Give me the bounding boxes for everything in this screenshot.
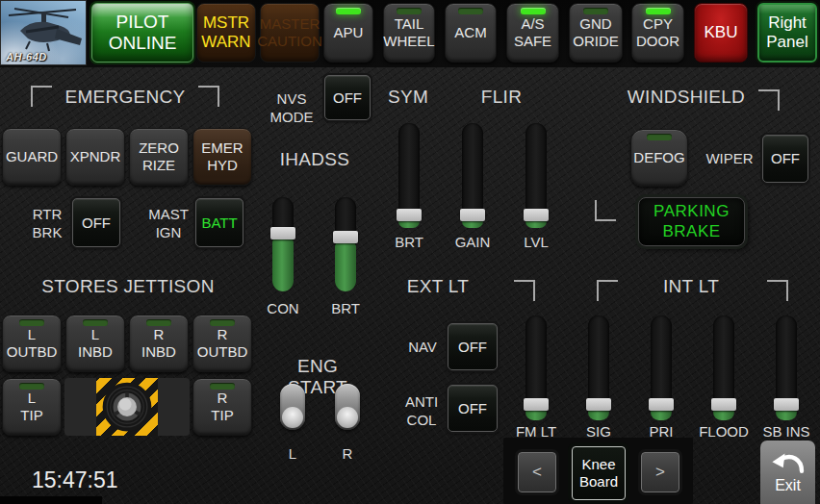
as-safe-button[interactable]: A/S SAFE <box>506 3 559 63</box>
acm-led-indicator <box>458 8 483 14</box>
flir-lvl-label: LVL <box>515 234 557 252</box>
kbu-label: KBU <box>705 23 738 42</box>
clock: 15:47:51 <box>32 467 118 493</box>
slider-handle[interactable] <box>524 209 549 221</box>
l-inbd-label: L INBD <box>78 326 113 360</box>
sym-brt-slider[interactable] <box>398 123 420 228</box>
slider-handle[interactable] <box>333 231 358 243</box>
jettison-arm-knob[interactable] <box>96 378 158 436</box>
emer-hyd-button[interactable]: EMER HYD <box>192 128 252 186</box>
windshield-title: WINDSHIELD <box>626 87 747 108</box>
r-inbd-led-indicator <box>146 319 171 326</box>
logo-label: AH-64D <box>6 51 47 63</box>
wiper-label: WIPER <box>701 150 758 168</box>
ihadss-con-label: CON <box>262 300 304 318</box>
r-outbd-led-indicator <box>210 319 235 326</box>
l-tip-jettison-button[interactable]: L TIP <box>2 378 62 436</box>
bracket <box>767 280 788 301</box>
slider-handle[interactable] <box>524 398 549 411</box>
rtr-brk-off-button[interactable]: OFF <box>72 198 120 247</box>
slider-fill <box>335 237 356 291</box>
nvs-mode-off-button[interactable]: OFF <box>324 75 371 120</box>
wiper-value: OFF <box>771 150 800 167</box>
eng-start-left-switch[interactable] <box>280 384 305 430</box>
cpy-door-button[interactable]: CPY DOOR <box>631 3 684 63</box>
kneeboard-next-button[interactable]: > <box>641 452 679 492</box>
right-panel-label: Right Panel <box>766 13 807 52</box>
flir-gain-label: GAIN <box>449 234 496 252</box>
slider-handle[interactable] <box>586 398 611 411</box>
eng-start-right-switch[interactable] <box>335 384 360 430</box>
r-tip-led-indicator <box>210 383 235 390</box>
flood-slider[interactable] <box>713 315 734 420</box>
slider-handle[interactable] <box>270 227 295 239</box>
sb-ins-slider[interactable] <box>776 315 797 420</box>
master-warning-label: MSTR WARN <box>201 13 250 52</box>
mast-ign-value: BATT <box>201 214 237 232</box>
cockpit-panel-screen: AH-64D PILOT ONLINE MSTR WARN MASTER CAU… <box>0 0 820 504</box>
kneeboard-label: Knee Board <box>579 456 618 490</box>
exit-button[interactable]: Exit <box>760 441 815 504</box>
l-outbd-led-indicator <box>19 319 44 326</box>
tail-wheel-led-indicator <box>397 8 422 14</box>
defog-led-indicator <box>647 134 672 140</box>
eng-start-right-label: R <box>335 445 360 464</box>
nvs-mode-label: NVS MODE <box>262 90 321 127</box>
mast-ign-batt-button[interactable]: BATT <box>195 198 243 247</box>
l-outbd-jettison-button[interactable]: L OUTBD <box>2 315 62 372</box>
flir-lvl-slider[interactable] <box>525 123 547 228</box>
r-tip-jettison-button[interactable]: R TIP <box>192 378 252 436</box>
sig-slider[interactable] <box>588 315 609 420</box>
fm-lt-slider[interactable] <box>525 315 547 420</box>
acm-label: ACM <box>454 24 486 41</box>
int-lt-title: INT LT <box>657 276 725 297</box>
slider-handle[interactable] <box>460 209 485 221</box>
nav-value: OFF <box>458 339 487 356</box>
apu-label: APU <box>334 24 364 41</box>
ihadss-brt-label: BRT <box>324 300 367 318</box>
slider-handle[interactable] <box>397 209 422 221</box>
parking-brake-label: PARKING BRAKE <box>653 202 730 240</box>
bracket <box>595 200 616 221</box>
acm-button[interactable]: ACM <box>445 3 497 63</box>
l-inbd-jettison-button[interactable]: L INBD <box>65 315 125 372</box>
apu-button[interactable]: APU <box>323 3 373 63</box>
cpy-door-led-indicator <box>646 8 671 14</box>
exit-label: Exit <box>775 477 801 495</box>
pilot-online-button[interactable]: PILOT ONLINE <box>91 3 193 63</box>
slider-handle[interactable] <box>774 398 799 411</box>
slider-handle[interactable] <box>649 398 674 411</box>
master-warning-button[interactable]: MSTR WARN <box>196 3 256 63</box>
slider-handle[interactable] <box>711 398 736 411</box>
ihadss-brt-slider[interactable] <box>335 197 356 291</box>
anti-col-value: OFF <box>458 400 487 417</box>
xpndr-button[interactable]: XPNDR <box>65 128 125 186</box>
kbu-button[interactable]: KBU <box>694 3 748 63</box>
nav-off-button[interactable]: OFF <box>448 323 498 370</box>
tail-wheel-button[interactable]: TAIL WHEEL <box>383 3 435 63</box>
kneeboard-button[interactable]: Knee Board <box>572 446 626 500</box>
rotary-knob-icon <box>99 379 155 435</box>
nav-label: NAV <box>400 339 445 357</box>
kneeboard-prev-button[interactable]: < <box>518 452 556 492</box>
master-caution-button[interactable]: MASTER CAUTION <box>260 3 320 63</box>
r-outbd-jettison-button[interactable]: R OUTBD <box>192 315 252 372</box>
defog-button[interactable]: DEFOG <box>630 129 688 187</box>
as-safe-led-indicator <box>521 8 546 14</box>
l-tip-label: L TIP <box>20 390 42 423</box>
pri-slider[interactable] <box>651 315 672 420</box>
gnd-oride-button[interactable]: GND ORIDE <box>569 3 623 63</box>
wiper-off-button[interactable]: OFF <box>762 135 808 183</box>
zeroize-button[interactable]: ZERO RIZE <box>129 128 189 186</box>
gnd-oride-label: GND ORIDE <box>573 15 619 49</box>
ihadss-con-slider[interactable] <box>272 197 294 291</box>
kneeboard-edge <box>0 496 102 504</box>
flir-gain-slider[interactable] <box>462 123 483 228</box>
guard-button[interactable]: GUARD <box>2 128 62 186</box>
zeroize-label: ZERO RIZE <box>139 139 179 173</box>
parking-brake-button[interactable]: PARKING BRAKE <box>638 197 745 246</box>
anti-col-off-button[interactable]: OFF <box>448 385 498 432</box>
emer-hyd-label: EMER HYD <box>201 139 243 173</box>
right-panel-button[interactable]: Right Panel <box>757 3 817 63</box>
r-inbd-jettison-button[interactable]: R INBD <box>129 315 189 372</box>
